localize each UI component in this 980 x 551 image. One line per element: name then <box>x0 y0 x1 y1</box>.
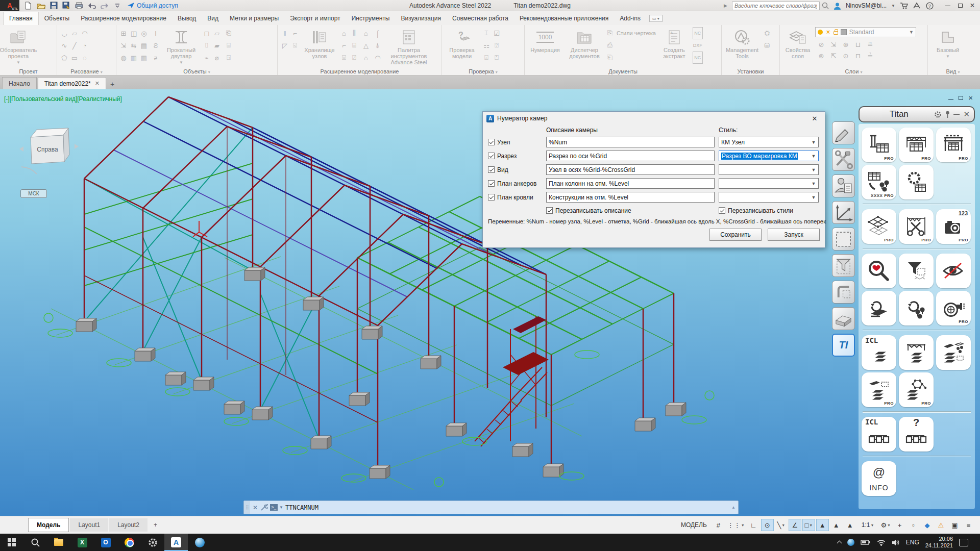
tab-obekty[interactable]: Объекты <box>39 12 76 25</box>
grid-level-icons[interactable]: ⊞◫◎⇲⇆▤◍▥▦ <box>118 27 149 64</box>
app-store-cart-icon[interactable] <box>900 2 908 9</box>
description-input-row-plan-krovli[interactable]: Конструкции на отм. %Level <box>546 192 715 203</box>
titan-cut-truss[interactable]: PRO <box>899 209 934 244</box>
command-close-icon[interactable]: ✕ <box>250 504 260 511</box>
tab-metki[interactable]: Метки и размеры <box>224 12 284 25</box>
base-view-button[interactable]: Базовый▼ <box>930 27 966 66</box>
titan-beam-bolt-layers[interactable] <box>936 335 971 370</box>
titan-turbo[interactable]: PRO <box>936 291 971 325</box>
help-icon[interactable]: ? <box>926 2 934 10</box>
titan-filter[interactable] <box>899 254 934 288</box>
beam-section-tool[interactable] <box>832 307 855 330</box>
save-button[interactable]: Сохранить <box>709 229 762 241</box>
new-layout-button[interactable]: + <box>149 519 162 531</box>
undo-icon[interactable] <box>87 1 96 10</box>
run-button[interactable]: Запуск <box>768 229 820 241</box>
beam-icons[interactable]: ΙƧƶ <box>151 27 161 64</box>
tab-vizualizaciya[interactable]: Визуализация <box>396 12 447 25</box>
titan-welds-bolts[interactable]: XXXX PRO <box>862 165 896 199</box>
save-icon[interactable] <box>49 1 58 10</box>
titan-hide[interactable] <box>936 254 971 288</box>
volume-icon[interactable] <box>892 539 900 546</box>
viewport[interactable]: [-][Пользовательский вид][Реалистичный] … <box>0 89 980 516</box>
description-input-row-plan-ankerov[interactable]: План колонн на отм. %Level <box>546 178 715 189</box>
ucs-badge[interactable]: МСК <box>20 189 47 198</box>
tab-vid[interactable]: Вид <box>202 12 224 25</box>
filetab-start[interactable]: Начало <box>2 77 37 89</box>
layout-tab-2[interactable]: Layout2 <box>109 518 148 532</box>
battery-icon[interactable] <box>861 539 871 545</box>
draw-tools-icons[interactable]: ◡▱◠∿╱◔⬠▭◌ <box>59 27 90 64</box>
clock[interactable]: 20:0624.11.2021 <box>925 536 953 549</box>
ribbon-collapse-button[interactable]: ▭▾ <box>649 15 663 22</box>
outlook-button[interactable]: O <box>94 534 117 551</box>
filter-box-tool[interactable] <box>832 254 855 277</box>
titan-minimize-icon[interactable] <box>953 114 960 115</box>
share-button[interactable]: Общий доступ <box>127 2 178 9</box>
checkbox-row-plan-ankerov[interactable]: План анкеров <box>488 180 546 187</box>
create-extract-button[interactable]: A Создать экстракт <box>657 27 691 66</box>
titan-panel-header[interactable]: Titan ✕ <box>859 106 975 122</box>
model-check-button[interactable]: ? Проверка модели <box>444 27 480 66</box>
nc-dxf-icons[interactable]: NCDXFNC <box>693 27 703 64</box>
wifi-icon[interactable] <box>877 539 886 546</box>
language-indicator[interactable]: ENG <box>906 539 919 546</box>
titan-launcher[interactable]: TI <box>832 334 855 357</box>
stairs-icons[interactable]: ⌠⍋◠ <box>373 27 383 64</box>
tab-glavnaya[interactable]: Главная <box>3 12 39 25</box>
checkbox-row-plan-krovli[interactable]: План кровли <box>488 194 546 201</box>
account-name[interactable]: NinovSM@bi... <box>846 2 887 9</box>
drawing-restore-icon[interactable] <box>959 96 963 100</box>
viewport-controls-text[interactable]: [-][Пользовательский вид][Реалистичный] <box>4 95 122 103</box>
isolate-objects[interactable]: ▫ <box>907 519 920 531</box>
project-browser-button[interactable]: Обозреватель проекта▼ <box>2 27 35 66</box>
titan-molecule-layers[interactable]: PRO <box>899 372 934 407</box>
check-icons[interactable]: ⌶☑⚏⍰⌻⍞ <box>481 27 502 64</box>
command-history-icon[interactable]: ▲ <box>731 505 738 510</box>
style-combobox-row-plan-krovli[interactable]: ▼ <box>719 192 819 203</box>
account-dropdown-icon[interactable]: ▼ <box>891 4 895 8</box>
window-close-button[interactable]: × <box>967 1 978 10</box>
titan-camera-numerator[interactable]: 123PRO <box>936 209 971 244</box>
clip-tool[interactable] <box>832 281 855 304</box>
annotation-autoscale[interactable]: ▲ <box>830 519 843 531</box>
layout-tab-model[interactable]: Модель <box>28 518 69 532</box>
style-combobox-row-plan-ankerov[interactable]: ▼ <box>719 178 819 189</box>
advance-steel-taskbar-button[interactable]: A <box>164 534 188 551</box>
drawing-styles-button[interactable]: ⎘Стили чертежа <box>605 27 656 39</box>
joint-icons-c[interactable]: ⌂△⌂ <box>361 27 371 64</box>
description-input-row-razrez[interactable]: Разрез по оси %Grid <box>546 151 715 161</box>
titan-info[interactable]: @INFO <box>862 461 896 496</box>
tools-tool[interactable] <box>832 148 855 171</box>
settings-gear[interactable]: ⚙▼ <box>879 519 892 531</box>
redo-icon[interactable] <box>100 1 109 10</box>
dialog-title-bar[interactable]: A Нумератор камер ✕ <box>483 112 825 125</box>
chrome-button[interactable] <box>117 534 141 551</box>
search-icon[interactable] <box>822 2 829 9</box>
layer-dropdown-icon[interactable]: ▼ <box>909 30 914 35</box>
titan-close-icon[interactable]: ✕ <box>963 110 970 119</box>
qat-customize-icon[interactable] <box>113 1 122 10</box>
tab-vyvod[interactable]: Вывод <box>172 12 202 25</box>
tab-eksport[interactable]: Экспорт и импорт <box>284 12 346 25</box>
tool-palette-button[interactable]: Палитра инструментов Advance Steel <box>384 27 433 66</box>
special-part-icons[interactable]: ⎗⌸⍈ <box>224 27 234 64</box>
titan-rotate-bolts[interactable] <box>899 291 934 325</box>
blue-sphere-app-button[interactable] <box>188 534 211 551</box>
titan-settings-icon[interactable] <box>934 111 942 118</box>
overwrite-styles-checkbox[interactable]: Перезаписывать стили <box>719 207 793 214</box>
pencil-tool[interactable] <box>832 121 855 144</box>
tab-close-icon[interactable]: ✕ <box>95 80 100 87</box>
print-icon[interactable] <box>75 1 84 10</box>
person-list-tool[interactable] <box>832 174 855 197</box>
titan-search-favorites[interactable] <box>862 254 896 288</box>
style-combobox-row-vid[interactable]: ▼ <box>719 164 819 175</box>
titan-icl-layers[interactable]: ICL <box>862 335 896 370</box>
menu-hamburger[interactable]: ≡ <box>962 519 975 531</box>
titan-pin-icon[interactable] <box>945 111 950 118</box>
titan-truss-layers[interactable] <box>899 335 934 370</box>
tray-app-icon[interactable] <box>847 539 854 546</box>
snap-toggle[interactable]: ⋮⋮▼ <box>726 519 746 531</box>
layer-tool-icons[interactable]: ⊘⇲⊛⊔≞⊜⇱⊙⊓≟ <box>815 39 916 61</box>
joint-storage-button[interactable]: Хранилище узлов <box>302 27 337 66</box>
